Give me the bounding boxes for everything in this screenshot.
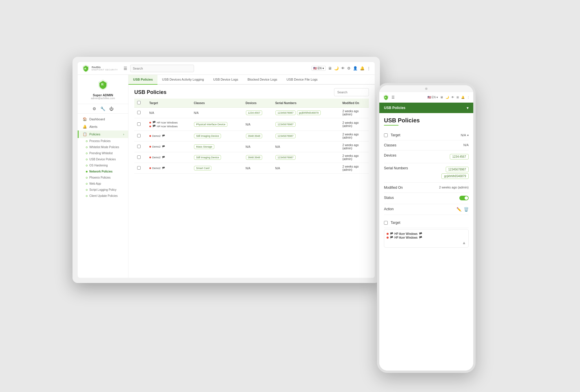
mobile-monitor-icon[interactable]: 🖥 [440,96,443,99]
mobile-device-entry-1: 🏴 HP Acer Windows 🏴 [387,232,466,235]
row-checkbox-6[interactable] [137,166,141,170]
sidebar-policies-label: Policies [89,133,100,136]
col-header-serials: Serial Numbers [272,99,340,108]
mobile-page[interactable]: USB Policies Target N/A ▾ Classes N/A [379,113,473,371]
mobile-target2-checkbox[interactable] [384,221,388,225]
select-all-checkbox[interactable] [137,101,141,104]
tab-blocked-device-logs[interactable]: Blocked Device Logs [243,75,282,85]
table-row[interactable]: 🏴HP Acer Windows 🏴HP Acer Windows Physic… [134,118,369,131]
edit-icon[interactable]: ✏️ [456,207,461,212]
sidebar-sub-whitelist-mode[interactable]: Whitelist Mode Policies [78,144,128,150]
mobile-grid-icon[interactable]: ⊞ [456,96,459,99]
sidebar-sub-network-policies[interactable]: Network Policies [78,168,128,175]
more-icon[interactable]: ⋮ [367,66,371,70]
policies-arrow-icon: › [123,133,124,136]
laptop-screen: R RevBits ENDPOINT SECURITY ☰ 🇺🇸 EN ▾ 🖥 … [78,62,375,278]
mobile-target-devices-box: 🏴 HP Acer Windows 🏴 🏴 HP Acer Windows 🏴 … [384,229,469,248]
mobile-dev-dot-1 [387,233,389,235]
row-checkbox-4[interactable] [137,145,141,148]
user-avatar-shield: R [97,79,109,90]
table-row[interactable]: Demo2 🏴 Smart Card N/A N/A 2 weeks ago(a… [134,163,369,174]
power-icon[interactable]: ⏻ [109,106,113,111]
tab-usb-device-logs[interactable]: USB Device Logs [209,75,243,85]
sub-os-label: OS Hardening [89,164,108,167]
sub-dot-usb [86,159,88,160]
mobile-eye-icon[interactable]: 👁 [451,96,454,99]
mobile-hamburger-icon[interactable]: ☰ [392,95,395,99]
class-tag: Physical Interface Device [194,122,227,127]
sub-dot-whitelist [86,146,88,148]
mobile-row-classes: Classes N/A [384,140,469,150]
sidebar-item-policies[interactable]: 📋 Policies › [78,130,128,138]
table-row[interactable]: Demo2 🏴 Still Imaging Device 3948:3948 [134,152,369,163]
google-icon[interactable]: ⚙ [347,66,351,70]
mobile-serials-label: Serial Numbers [384,166,410,170]
hamburger-icon[interactable]: ☰ [124,66,127,71]
row-checkbox-3[interactable] [137,134,141,137]
eye-icon[interactable]: 👁 [341,66,345,70]
mobile-device-label-2: HP Acer Windows [394,236,418,239]
tab-usb-file-logs[interactable]: USB Device File Logs [282,75,322,85]
sidebar-item-dashboard[interactable]: 🏠 Dashboard [78,115,128,123]
sub-client-label: Client Update Policies [89,194,118,197]
mobile-moon-icon[interactable]: 🌙 [445,96,449,99]
mobile-status-toggle[interactable] [459,196,469,201]
tab-usb-policies[interactable]: USB Policies [128,75,157,85]
logo-text-block: RevBits ENDPOINT SECURITY [92,66,118,71]
row-modified-3: 2 weeks ago(admin) [340,131,369,141]
row-devices-6: N/A [243,163,272,174]
mobile-device-label-1: HP Acer Windows [394,232,418,235]
sidebar-sub-os-hardening[interactable]: OS Hardening [78,162,128,168]
table-row[interactable]: N/A N/A 1234:4567 12345678987 gcjkhhlh65… [134,108,369,118]
bell-icon[interactable]: 🔔 [360,66,365,70]
table-row[interactable]: Demo2 🏴 Mass Storage N/A N/A 2 weeks ago… [134,141,369,152]
sub-usb-label: USB Device Policies [89,158,116,161]
status-toggle-on[interactable] [459,196,469,200]
delete-icon[interactable]: 🗑️ [464,207,469,212]
scroll-up-icon[interactable]: ▲ [462,240,466,245]
sidebar-sub-phoenix[interactable]: Phoenix Policies [78,175,128,181]
top-search-input[interactable] [130,65,194,72]
tab-usb-activity-logging[interactable]: USB Devices Activity Logging [157,75,209,85]
row-checkbox-5[interactable] [137,155,141,159]
page-search-input[interactable] [334,88,369,96]
mobile-device-tag: 1234:4567 [450,154,469,159]
table-row[interactable]: Demo2 🏴 Still Imaging Device 3948:3948 [134,131,369,141]
row-checkbox-1[interactable] [137,111,141,114]
row-checkbox-2[interactable] [137,122,141,126]
settings-icon[interactable]: ⚙ [93,106,96,111]
sub-dot-os [86,165,88,166]
sidebar-item-alerts[interactable]: 🔔 Alerts [78,123,128,130]
sidebar-sub-prending[interactable]: Prending Whitelist [78,150,128,156]
user-icon[interactable]: 👤 [353,66,358,70]
logo-brand: RevBits [92,66,118,69]
sidebar-sub-process-policies[interactable]: Process Policies [78,138,128,144]
mobile-status-label: Status [384,196,410,200]
language-selector[interactable]: 🇺🇸 EN ▾ [311,66,326,71]
mobile-content: R ☰ 🇺🇸 EN ▾ 🖥 🌙 👁 ⊞ 🔔 ⋮ USB Policies ▾ U… [379,92,473,371]
sidebar-sub-client-update[interactable]: Client Update Policies [78,193,128,199]
sidebar-nav: 🏠 Dashboard 🔔 Alerts 📋 Policies › [78,114,128,278]
mobile-dropdown[interactable]: USB Policies ▾ [379,103,473,113]
sidebar-sub-usb-device[interactable]: USB Device Policies [78,156,128,162]
monitor-icon[interactable]: 🖥 [328,66,332,70]
moon-icon[interactable]: 🌙 [334,66,339,70]
mobile-target2-label: Target [391,221,469,225]
mobile-row-target-2: Target [384,218,469,228]
row-target-2: 🏴HP Acer Windows 🏴HP Acer Windows [146,118,191,131]
sidebar-sub-script-logging[interactable]: Script Logging Policy [78,187,128,193]
page-header: USB Policies [128,85,375,99]
mobile-flag-icon[interactable]: 🇺🇸 EN ▾ [427,96,438,99]
gear-icon[interactable]: 🔧 [100,106,105,111]
logo-sub: ENDPOINT SECURITY [92,69,118,71]
mobile-modified-label: Modified On [384,186,410,190]
mobile-more-icon[interactable]: ⋮ [467,96,470,99]
table-wrapper[interactable]: Target Classes Devices Serial Numbers Mo… [128,99,375,278]
svg-text:R: R [84,67,86,70]
mobile-bell-icon[interactable]: 🔔 [461,96,465,99]
sidebar-sub-webapp[interactable]: Web App [78,181,128,187]
row-devices-4: N/A [243,141,272,152]
mobile-target-dropdown-icon[interactable]: ▾ [467,134,469,137]
serial-tag: 12345678987 [276,110,296,115]
mobile-target-checkbox[interactable] [384,133,388,137]
